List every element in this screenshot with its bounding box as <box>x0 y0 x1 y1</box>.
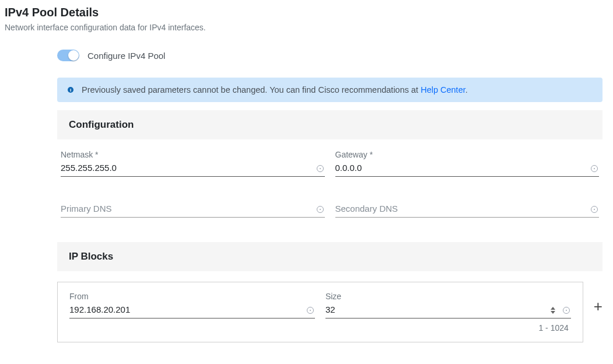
info-icon[interactable] <box>317 165 324 172</box>
configure-ipv4-toggle-label: Configure IPv4 Pool <box>87 51 165 61</box>
page-title: IPv4 Pool Details <box>5 6 608 19</box>
gateway-field: Gateway * <box>335 150 600 177</box>
info-icon: i <box>68 87 73 93</box>
chevron-down-icon[interactable] <box>551 311 555 314</box>
primary-dns-field <box>61 201 325 218</box>
secondary-dns-input[interactable] <box>335 201 588 217</box>
chevron-up-icon[interactable] <box>551 307 555 310</box>
ip-blocks-section-header: IP Blocks <box>57 242 603 271</box>
ip-block-card: From Size <box>57 282 583 342</box>
page-subtitle: Network interface configuration data for… <box>5 23 608 32</box>
secondary-dns-field <box>335 201 600 218</box>
help-center-link[interactable]: Help Center <box>421 85 465 94</box>
size-label: Size <box>325 292 571 301</box>
configure-ipv4-toggle[interactable] <box>57 50 79 61</box>
info-icon[interactable] <box>591 206 598 213</box>
info-banner-suffix: . <box>465 85 468 94</box>
from-field: From <box>69 292 315 332</box>
info-icon[interactable] <box>317 206 324 213</box>
add-ip-block-button[interactable]: + <box>594 299 603 326</box>
netmask-field: Netmask * <box>61 150 325 177</box>
size-spinner <box>550 307 556 314</box>
from-input[interactable] <box>69 302 303 318</box>
info-icon[interactable] <box>591 165 598 172</box>
gateway-input[interactable] <box>335 160 588 176</box>
info-banner-text: Previously saved parameters cannot be ch… <box>82 85 468 94</box>
from-label: From <box>69 292 315 301</box>
info-icon[interactable] <box>563 307 570 314</box>
info-banner-pre: Previously saved parameters cannot be ch… <box>82 85 421 94</box>
netmask-input[interactable] <box>61 160 313 176</box>
info-banner: i Previously saved parameters cannot be … <box>57 78 603 102</box>
size-input[interactable] <box>325 302 547 318</box>
gateway-label: Gateway * <box>335 150 600 159</box>
primary-dns-input[interactable] <box>61 201 313 217</box>
info-icon[interactable] <box>307 307 314 314</box>
netmask-label: Netmask * <box>61 150 325 159</box>
configure-toggle-row: Configure IPv4 Pool <box>57 50 603 61</box>
configuration-section-header: Configuration <box>57 110 603 139</box>
toggle-knob <box>68 50 79 61</box>
size-range-hint: 1 - 1024 <box>325 323 571 332</box>
size-field: Size 1 - 1024 <box>325 292 571 332</box>
